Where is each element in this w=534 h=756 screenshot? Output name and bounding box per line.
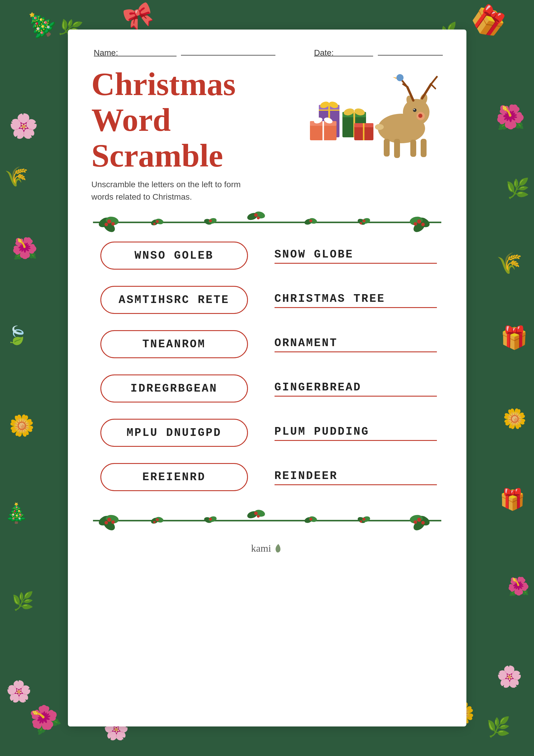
- svg-rect-35: [384, 139, 390, 156]
- answer-3: ORNAMENT: [275, 337, 437, 352]
- svg-point-26: [414, 109, 415, 110]
- scramble-left-2: ASMTIHSRC RETE: [97, 286, 251, 314]
- title-section: Christmas Word Scramble Unscramble the l…: [92, 67, 443, 203]
- scramble-pill-3: TNEANROM: [100, 330, 248, 358]
- header-row: Name: Date:: [92, 47, 443, 58]
- svg-point-63: [209, 219, 212, 222]
- name-field: Name:: [92, 47, 276, 58]
- main-paper: Name: Date: Christmas Word Scramble Unsc…: [68, 30, 467, 726]
- svg-line-32: [431, 84, 436, 89]
- svg-point-46: [104, 223, 108, 226]
- svg-point-52: [421, 223, 425, 226]
- svg-point-94: [209, 518, 212, 521]
- scramble-right-5: PLUM PUDDING: [251, 425, 437, 441]
- scramble-row-6: EREIENRD REINDEER: [97, 463, 437, 491]
- scramble-left-4: IDREGRBGEAN: [97, 374, 251, 402]
- svg-point-70: [360, 222, 362, 225]
- date-label: Date:: [314, 48, 373, 56]
- scramble-pill-6: EREIENRD: [100, 463, 248, 491]
- answer-2: CHRISTMAS TREE: [275, 292, 437, 308]
- svg-point-86: [254, 511, 258, 515]
- svg-point-97: [309, 518, 312, 521]
- kami-leaf-icon: [274, 543, 283, 554]
- svg-point-76: [111, 520, 115, 524]
- svg-point-45: [111, 222, 115, 226]
- scramble-right-2: CHRISTMAS TREE: [251, 292, 437, 308]
- svg-point-91: [153, 521, 156, 523]
- answer-1: SNOW GLOBE: [275, 248, 437, 264]
- scramble-right-6: REINDEER: [251, 469, 437, 485]
- scramble-row-3: TNEANROM ORNAMENT: [97, 330, 437, 358]
- scramble-pill-4: IDREGRBGEAN: [100, 374, 248, 402]
- svg-point-51: [414, 222, 417, 226]
- svg-rect-36: [394, 139, 400, 158]
- name-label: Name:: [94, 48, 176, 56]
- illustration-svg: [301, 67, 443, 161]
- svg-point-81: [417, 518, 421, 522]
- holly-divider-top: [92, 209, 443, 236]
- scramble-left-1: WNSO GOLEB: [97, 242, 251, 270]
- svg-point-77: [104, 521, 108, 525]
- svg-point-82: [414, 520, 417, 524]
- scramble-row-2: ASMTIHSRC RETE CHRISTMAS TREE: [97, 286, 437, 314]
- svg-point-55: [254, 213, 258, 217]
- svg-point-39: [375, 124, 384, 130]
- svg-point-87: [257, 515, 260, 518]
- scramble-left-5: MPLU DNUIGPD: [97, 419, 251, 447]
- svg-point-56: [257, 216, 260, 219]
- date-field: Date:: [312, 47, 443, 58]
- svg-rect-37: [410, 140, 416, 157]
- holly-divider-bottom: [92, 507, 443, 534]
- subtitle: Unscramble the letters on the left to fo…: [92, 178, 257, 203]
- answer-4: GINGERBREAD: [275, 381, 437, 397]
- scramble-row-4: IDREGRBGEAN GINGERBREAD: [97, 374, 437, 402]
- main-title: Christmas Word Scramble: [92, 67, 301, 174]
- svg-marker-34: [393, 77, 396, 79]
- title-text-block: Christmas Word Scramble Unscramble the l…: [92, 67, 301, 203]
- scramble-section: WNSO GOLEB SNOW GLOBE ASMTIHSRC RETE CHR…: [92, 242, 443, 491]
- scramble-pill-5: MPLU DNUIGPD: [100, 419, 248, 447]
- scramble-left-6: EREIENRD: [97, 463, 251, 491]
- svg-point-75: [107, 518, 111, 522]
- svg-point-60: [153, 223, 156, 225]
- title-illustration: [301, 67, 443, 161]
- svg-point-44: [107, 219, 111, 224]
- svg-point-33: [396, 74, 404, 81]
- svg-point-24: [418, 114, 422, 118]
- scramble-pill-1: WNSO GOLEB: [100, 242, 248, 270]
- scramble-row-1: WNSO GOLEB SNOW GLOBE: [97, 242, 437, 270]
- scramble-right-4: GINGERBREAD: [251, 381, 437, 397]
- svg-point-100: [362, 518, 365, 521]
- svg-point-59: [156, 220, 159, 223]
- svg-point-50: [417, 219, 421, 224]
- brand-name: kami: [251, 543, 271, 554]
- kami-footer: kami: [92, 543, 443, 554]
- scramble-pill-2: ASMTIHSRC RETE: [100, 286, 248, 314]
- answer-5: PLUM PUDDING: [275, 425, 437, 441]
- scramble-right-1: SNOW GLOBE: [251, 248, 437, 264]
- name-underline[interactable]: [181, 47, 276, 56]
- answer-6: REINDEER: [275, 469, 437, 485]
- svg-rect-38: [421, 139, 427, 157]
- svg-point-83: [421, 521, 425, 525]
- scramble-row-5: MPLU DNUIGPD PLUM PUDDING: [97, 419, 437, 447]
- scramble-right-3: ORNAMENT: [251, 337, 437, 352]
- scramble-left-3: TNEANROM: [97, 330, 251, 358]
- svg-point-90: [156, 518, 159, 521]
- svg-point-101: [360, 520, 362, 523]
- svg-line-31: [431, 77, 437, 84]
- date-underline[interactable]: [378, 47, 443, 56]
- svg-point-69: [362, 219, 365, 222]
- svg-point-25: [413, 108, 416, 112]
- svg-point-66: [309, 219, 312, 222]
